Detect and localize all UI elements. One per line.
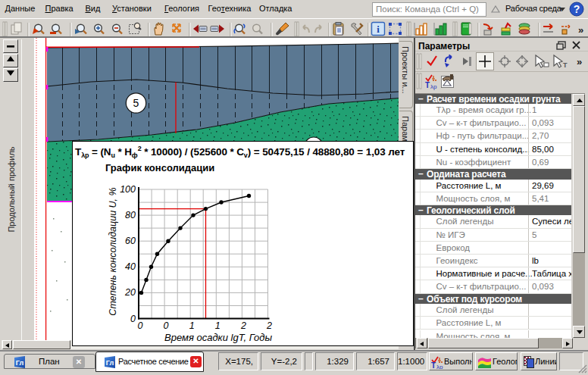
svg-text:60: 60 <box>125 236 136 246</box>
svg-text:0: 0 <box>130 314 136 324</box>
svg-text:T: T <box>431 361 436 369</box>
svg-text:40: 40 <box>125 261 136 272</box>
svg-text:2: 2 <box>240 320 246 331</box>
svg-text:2: 2 <box>266 320 272 331</box>
svg-text:1: 1 <box>189 320 195 331</box>
svg-text:Гл: Гл <box>106 359 114 367</box>
svg-text:i: i <box>377 23 380 35</box>
svg-text:5: 5 <box>133 97 139 109</box>
svg-text:100: 100 <box>120 184 136 195</box>
svg-text:λр: λр <box>430 83 437 90</box>
svg-text:20: 20 <box>124 287 136 298</box>
svg-text:Гл: Гл <box>16 359 24 367</box>
svg-text:?: ? <box>574 3 580 15</box>
svg-text:1: 1 <box>215 320 220 331</box>
svg-text:Степень консолидации U, %: Степень консолидации U, % <box>108 187 118 315</box>
svg-text:0: 0 <box>164 320 169 331</box>
svg-text:T: T <box>425 81 430 89</box>
svg-text:»: » <box>578 24 583 36</box>
svg-text:Время осадки lgT, Годы: Время осадки lgT, Годы <box>164 332 272 343</box>
svg-text:»: » <box>577 56 582 67</box>
svg-text:80: 80 <box>125 210 136 220</box>
svg-text:0: 0 <box>138 320 143 331</box>
svg-text:T: T <box>563 61 568 69</box>
svg-text:λр: λр <box>436 364 443 370</box>
